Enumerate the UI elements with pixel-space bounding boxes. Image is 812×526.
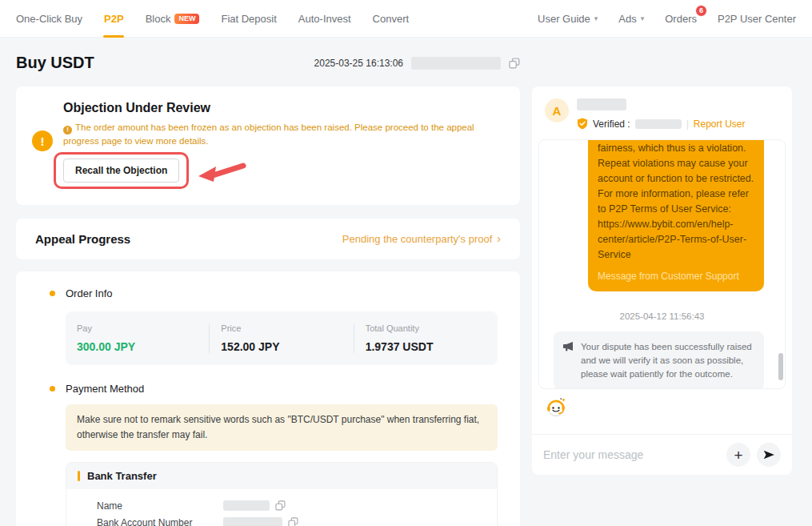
report-user-link[interactable]: Report User — [694, 118, 746, 130]
support-message-text: fairness, which thus is a violation. Rep… — [598, 141, 754, 263]
new-badge: NEW — [174, 14, 199, 24]
recall-objection-button[interactable]: Recall the Objection — [63, 159, 179, 183]
name-redacted — [223, 500, 270, 511]
annotation-highlight-box: Recall the Objection — [54, 152, 189, 189]
appeal-progress-title: Appeal Progress — [35, 232, 130, 246]
chat-toolbar — [532, 389, 792, 434]
verified-label: Verified : — [593, 118, 630, 130]
chat-messages-area: fairness, which thus is a violation. Rep… — [538, 139, 786, 389]
order-detail-card: Order Info Pay 300.00 JPY Price 152.00 J… — [16, 271, 520, 526]
order-number-redacted — [411, 57, 501, 70]
counterparty-name-redacted — [577, 98, 626, 110]
nav-convert[interactable]: Convert — [373, 0, 410, 38]
send-button[interactable] — [757, 443, 781, 467]
copy-icon[interactable] — [509, 58, 520, 69]
nav-p2p[interactable]: P2P — [104, 0, 124, 38]
nav-fiat-deposit[interactable]: Fiat Deposit — [221, 0, 276, 38]
bank-row-label: Bank Account Number — [97, 517, 223, 526]
accent-bar — [78, 471, 80, 481]
nav-label: P2P User Center — [718, 13, 796, 25]
bullet-dot-icon — [50, 386, 55, 391]
annotation-arrow-icon — [197, 161, 246, 183]
separator: | — [686, 118, 689, 130]
nav-label: Auto-Invest — [298, 13, 351, 25]
account-number-redacted — [223, 517, 282, 526]
copy-icon[interactable] — [275, 500, 286, 511]
appeal-progress-card: Appeal Progress Pending the counterparty… — [16, 219, 520, 259]
nav-label: Fiat Deposit — [221, 13, 276, 25]
nav-block[interactable]: Block NEW — [146, 0, 200, 38]
nav-p2p-user-center[interactable]: P2P User Center — [718, 0, 796, 38]
appeal-status-text: Pending the counterparty's proof — [342, 233, 493, 245]
warning-exclamation-icon: ! — [32, 130, 53, 151]
nav-label: One-Click Buy — [16, 13, 82, 25]
objection-title: Objection Under Review — [63, 101, 504, 115]
avatar: A — [545, 98, 569, 122]
nav-ads[interactable]: Ads ▾ — [618, 0, 644, 38]
field-value: 1.9737 USDT — [366, 340, 498, 353]
chat-panel: A Verified : | Report User — [532, 86, 792, 475]
order-meta: 2025-03-25 16:13:06 — [314, 57, 520, 70]
field-label: Total Quantity — [366, 323, 498, 333]
chat-scrollbar[interactable] — [778, 353, 783, 380]
page-header: Buy USDT 2025-03-25 16:13:06 — [16, 38, 520, 72]
nav-one-click-buy[interactable]: One-Click Buy — [16, 0, 82, 38]
nav-label: P2P — [104, 13, 124, 25]
orders-count-badge: 6 — [695, 5, 707, 17]
copy-icon[interactable] — [288, 517, 298, 526]
support-message-footer: Message from Customer Support — [598, 269, 754, 284]
objection-notice-text: The order amount has been frozen as an o… — [63, 122, 474, 146]
caret-down-icon: ▾ — [594, 14, 598, 22]
send-icon — [762, 448, 775, 461]
field-label: Pay — [77, 323, 209, 333]
nav-orders[interactable]: Orders 6 — [665, 0, 697, 38]
appeal-status-link[interactable]: Pending the counterparty's proof › — [342, 233, 501, 245]
attach-plus-button[interactable]: + — [726, 443, 750, 467]
nav-auto-invest[interactable]: Auto-Invest — [298, 0, 351, 38]
order-info-heading: Order Info — [66, 287, 113, 299]
nav-right-group: User Guide ▾ Ads ▾ Orders 6 P2P User Cen… — [538, 0, 796, 38]
order-info-grid: Pay 300.00 JPY Price 152.00 JPY Total Qu… — [66, 311, 498, 365]
dispute-message-text: Your dispute has been successfully raise… — [581, 342, 752, 379]
nav-label: Orders — [665, 13, 697, 25]
bank-transfer-title: Bank Transfer — [87, 470, 157, 482]
chat-timestamp: 2025-04-12 11:56:43 — [539, 311, 785, 321]
dispute-message-bubble: Your dispute has been successfully raise… — [554, 331, 764, 389]
top-nav: One-Click Buy P2P Block NEW Fiat Deposit… — [0, 0, 812, 38]
chevron-right-icon: › — [497, 233, 501, 244]
order-info-section-head: Order Info — [16, 287, 520, 299]
nav-label: Block — [146, 13, 171, 25]
nav-label: Convert — [373, 13, 410, 25]
verified-shield-icon — [577, 118, 588, 130]
nav-user-guide[interactable]: User Guide ▾ — [538, 0, 598, 38]
order-field-pay: Pay 300.00 JPY — [66, 323, 209, 353]
order-created-time: 2025-03-25 16:13:06 — [314, 58, 403, 69]
info-exclamation-icon: ! — [63, 126, 72, 135]
megaphone-icon — [562, 341, 574, 351]
field-value: 152.00 JPY — [221, 340, 353, 353]
field-value: 300.00 JPY — [77, 340, 209, 353]
support-bot-emoji-icon[interactable] — [545, 396, 567, 419]
payment-method-section-head: Payment Method — [16, 383, 520, 395]
verified-value-redacted — [635, 119, 682, 129]
chat-input-row: + — [532, 434, 792, 475]
field-label: Price — [221, 323, 353, 333]
bank-transfer-box: Bank Transfer Name Bank Account Numbe — [66, 462, 498, 526]
bullet-dot-icon — [50, 291, 55, 296]
message-input[interactable] — [543, 448, 720, 461]
objection-card: ! Objection Under Review !The order amou… — [16, 86, 520, 205]
bank-row-name: Name — [97, 500, 486, 512]
page-title: Buy USDT — [16, 54, 94, 72]
payment-method-heading: Payment Method — [66, 383, 144, 395]
bank-row-account-number: Bank Account Number — [97, 517, 486, 526]
chat-header: A Verified : | Report User — [532, 86, 792, 139]
order-field-total-quantity: Total Quantity 1.9737 USDT — [354, 323, 498, 353]
support-message-bubble: fairness, which thus is a violation. Rep… — [588, 139, 764, 291]
bank-row-label: Name — [97, 500, 223, 512]
nav-label: User Guide — [538, 13, 590, 25]
bank-transfer-header: Bank Transfer — [66, 463, 497, 489]
caret-down-icon: ▾ — [641, 14, 645, 22]
payment-notice: Make sure not to remark sensitive words … — [66, 404, 498, 451]
nav-label: Ads — [618, 13, 636, 25]
order-field-price: Price 152.00 JPY — [209, 323, 353, 353]
